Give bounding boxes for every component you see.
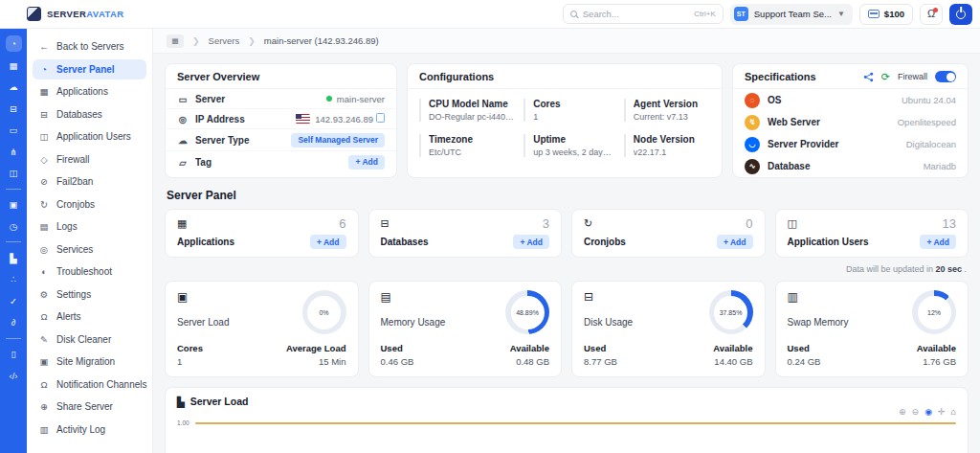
selection-zoom-icon[interactable]: ◉ xyxy=(924,408,932,417)
nodes-icon[interactable]: ∴ xyxy=(6,271,22,287)
panel-card-application-users[interactable]: ◫13Application Users+ Add xyxy=(775,209,969,258)
sidebar-item-application-users[interactable]: ◫Application Users xyxy=(33,126,146,147)
sidebar-item-alerts[interactable]: ΩAlerts xyxy=(33,306,146,327)
sidebar-item-label: Alerts xyxy=(56,311,81,322)
network-icon[interactable]: ⋔ xyxy=(6,144,22,160)
panel-card-label: Databases xyxy=(381,237,429,247)
balance-button[interactable]: $100 xyxy=(859,4,913,25)
sidebar-item-site-migration[interactable]: ▣Site Migration xyxy=(33,351,146,372)
sidebar-item-troubleshoot[interactable]: ◐Troubleshoot xyxy=(33,261,146,282)
sidebar-item-disk-cleaner[interactable]: ✎Disk Cleaner xyxy=(33,329,146,350)
sidebar-item-settings[interactable]: ⚙Settings xyxy=(33,284,146,305)
share-icon[interactable] xyxy=(863,72,874,82)
sidebar-item-firewall[interactable]: ◇Firewall xyxy=(33,149,146,170)
zoom-in-icon[interactable]: ⊕ xyxy=(899,408,906,417)
panel-card-databases[interactable]: ⊟3Databases+ Add xyxy=(368,209,563,258)
panel-card-top: ⊟3 xyxy=(381,216,550,231)
sidebar-item-databases[interactable]: ⊟Databases xyxy=(33,104,146,125)
panel-card-top: ▦6 xyxy=(177,216,346,231)
server-icon[interactable]: ▭ xyxy=(6,122,22,138)
copy-icon[interactable] xyxy=(378,115,385,123)
spec-label-group: ↯Web Server xyxy=(745,115,820,130)
breadcrumb-current-server[interactable]: main-server (142.93.246.89) xyxy=(264,35,379,46)
home-icon[interactable]: ⌂ xyxy=(951,408,956,417)
server-type-badge[interactable]: Self Managed Server xyxy=(291,133,385,147)
main: Server Overview ▭Servermain-server◎IP Ad… xyxy=(153,54,980,453)
app-window-icon[interactable]: ▦ xyxy=(6,57,22,74)
config-label: Timezone xyxy=(429,134,514,145)
migration-icon: ▣ xyxy=(38,356,50,367)
overview-row-label: ◎IP Address xyxy=(177,114,245,125)
server-overview-card: Server Overview ▭Servermain-server◎IP Ad… xyxy=(165,63,397,178)
box-icon[interactable]: ▯ xyxy=(6,346,22,362)
notifications-button[interactable]: Ω xyxy=(920,4,943,25)
stat-card-memory-usage: ▤Memory Usage48.89%Used0.46 GBAvailable0… xyxy=(368,281,563,377)
sidebar-item-cronjobs[interactable]: ↻Cronjobs xyxy=(33,194,146,215)
add-tag-button[interactable]: + Add xyxy=(348,155,385,170)
config-value: Current: v7.13 xyxy=(634,112,710,122)
panel-card-bottom: Databases+ Add xyxy=(381,235,550,249)
pan-icon[interactable]: ✛ xyxy=(938,408,946,417)
sidebar-item-fail2ban[interactable]: ⊘Fail2ban xyxy=(33,171,146,192)
global-search[interactable]: Ctrl+K xyxy=(563,4,724,24)
overview-row-value: main-server xyxy=(326,94,385,104)
sidebar-item-notification-channels[interactable]: ΩNotification Channels xyxy=(33,374,146,395)
cloud-icon[interactable]: ☁ xyxy=(6,79,22,95)
panel-card-count: 6 xyxy=(339,216,345,231)
specifications-card: Specifications ⟳ Firewall ◌OSUbuntu 24.0… xyxy=(732,63,969,178)
configurations-title: Configurations xyxy=(419,71,494,82)
zoom-out-icon[interactable]: ⊖ xyxy=(912,408,920,417)
firewall-toggle[interactable] xyxy=(935,71,956,82)
breadcrumb-servers[interactable]: Servers xyxy=(209,35,240,46)
chart-plot-area[interactable]: 1.00 xyxy=(177,419,956,426)
ip-address: 142.93.246.89 xyxy=(315,114,373,125)
topbar: SERVERAVATAR Ctrl+K ST Support Team Se..… xyxy=(0,0,980,29)
stat-right-value: 1.76 GB xyxy=(917,356,956,367)
donut-gauge: 48.89% xyxy=(505,290,549,334)
spec-row-database: ∿DatabaseMariadb xyxy=(733,155,968,177)
panel-card-applications[interactable]: ▦6Applications+ Add xyxy=(165,209,359,258)
stat-card-title: Server Load xyxy=(177,317,229,328)
sidebar-item-server-panel[interactable]: ◔Server Panel xyxy=(33,59,146,79)
sidebar-item-label: Databases xyxy=(56,109,102,120)
panel-card-count: 0 xyxy=(746,216,752,231)
search-input[interactable] xyxy=(583,9,689,19)
users-icon[interactable]: ◫ xyxy=(6,165,22,181)
chart-icon[interactable]: ▙ xyxy=(6,250,22,266)
add-databases-button[interactable]: + Add xyxy=(513,235,549,249)
check-circle-icon[interactable]: ✓ xyxy=(6,293,22,309)
terminal-icon[interactable]: ▣ xyxy=(6,196,22,213)
refresh-icon[interactable]: ⟳ xyxy=(881,72,890,82)
panel-card-label: Application Users xyxy=(788,237,869,247)
serveravatar-logo[interactable]: SERVERAVATAR xyxy=(27,7,123,21)
database-icon[interactable]: ⊟ xyxy=(6,101,22,117)
add-application-users-button[interactable]: + Add xyxy=(920,235,956,249)
sidebar-item-applications[interactable]: ▦Applications xyxy=(33,81,146,102)
sidebar-item-share-server[interactable]: ⊕Share Server xyxy=(33,396,146,417)
panel-card-cronjobs[interactable]: ↻0Cronjobs+ Add xyxy=(571,209,766,258)
history-icon[interactable]: ◷ xyxy=(6,218,22,235)
power-button[interactable] xyxy=(949,4,972,25)
sidebar-item-back-to-servers[interactable]: ←Back to Servers xyxy=(33,36,146,57)
add-cronjobs-button[interactable]: + Add xyxy=(717,235,753,249)
add-applications-button[interactable]: + Add xyxy=(310,235,346,249)
account-dropdown[interactable]: ST Support Team Se... ▼ xyxy=(730,4,853,25)
swap-icon: ▥ xyxy=(788,290,849,304)
sidebar-item-logs[interactable]: ▤Logs xyxy=(33,216,146,237)
broom-icon: ✎ xyxy=(38,334,50,345)
config-item-cores: Cores1 xyxy=(523,99,614,122)
rail-divider xyxy=(6,241,21,242)
stat-left-value: 1 xyxy=(177,356,203,367)
sidebar-item-activity-log[interactable]: ▥Activity Log xyxy=(33,419,146,440)
logo-cube-icon xyxy=(27,7,41,21)
hook-icon[interactable]: ∂ xyxy=(6,314,22,330)
panel-card-bottom: Applications+ Add xyxy=(177,235,346,249)
gauge-icon[interactable]: ◔ xyxy=(6,35,22,52)
spec-row-server-provider: ◡Server ProviderDigitalocean xyxy=(733,133,968,155)
sidebar-item-services[interactable]: ◎Services xyxy=(33,239,146,260)
breadcrumb-home-icon[interactable]: ▦ xyxy=(167,34,184,48)
code-icon[interactable]: ‹/› xyxy=(6,368,22,384)
server-load-line xyxy=(195,422,956,424)
row-label: IP Address xyxy=(195,114,245,125)
sidebar-item-label: Firewall xyxy=(56,154,89,165)
